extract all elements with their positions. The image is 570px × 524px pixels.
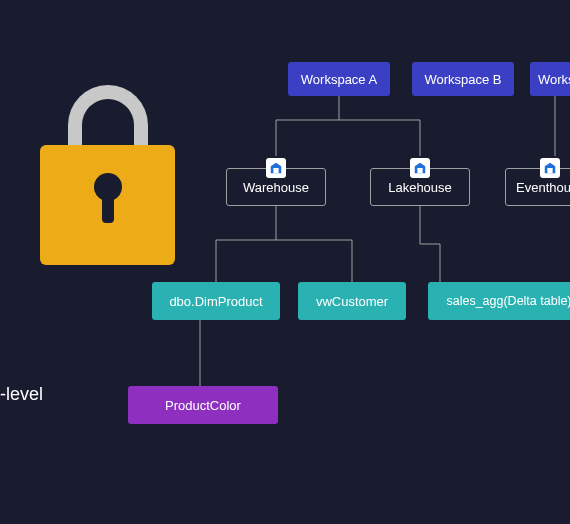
svg-rect-10	[273, 168, 278, 173]
salesagg-label: sales_agg(Delta table)	[446, 294, 570, 308]
lakehouse-label: Lakehouse	[388, 180, 452, 195]
eventhouse-label: Eventhou	[516, 180, 570, 195]
dimproduct-node: dbo.DimProduct	[152, 282, 280, 320]
workspace-b-node: Workspace B	[412, 62, 514, 96]
workspace-c-label: Workspac	[538, 72, 570, 87]
warehouse-label: Warehouse	[243, 180, 309, 195]
eventhouse-node: Eventhou	[505, 168, 570, 206]
vwcustomer-label: vwCustomer	[316, 294, 388, 309]
workspace-c-node: Workspac	[530, 62, 570, 96]
eventhouse-icon	[540, 158, 560, 178]
svg-rect-11	[417, 168, 422, 173]
svg-rect-12	[547, 168, 552, 173]
level-label: -level	[0, 384, 43, 405]
productcolor-label: ProductColor	[165, 398, 241, 413]
workspace-a-node: Workspace A	[288, 62, 390, 96]
workspace-a-label: Workspace A	[301, 72, 377, 87]
warehouse-icon	[266, 158, 286, 178]
productcolor-node: ProductColor	[128, 386, 278, 424]
diagram-canvas: Workspace A Workspace B Workspac Warehou…	[0, 0, 570, 524]
vwcustomer-node: vwCustomer	[298, 282, 406, 320]
warehouse-node: Warehouse	[226, 168, 326, 206]
dimproduct-label: dbo.DimProduct	[169, 294, 262, 309]
workspace-b-label: Workspace B	[424, 72, 501, 87]
salesagg-node: sales_agg(Delta table)	[428, 282, 570, 320]
lock-icon	[40, 85, 175, 265]
lakehouse-icon	[410, 158, 430, 178]
lakehouse-node: Lakehouse	[370, 168, 470, 206]
